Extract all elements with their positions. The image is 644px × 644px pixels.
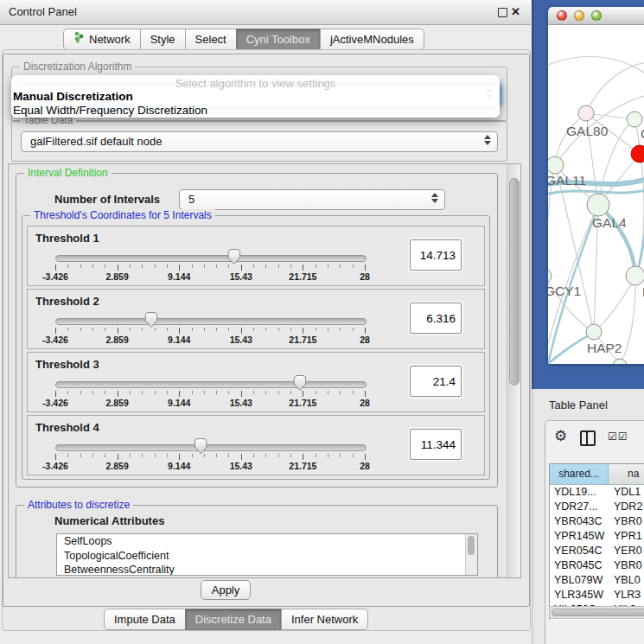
attributes-group-title: Attributes to discretize (24, 499, 133, 511)
algorithm-option-manual-discretization[interactable]: Manual Discretization (11, 90, 500, 104)
combo-stepper-icon[interactable] (484, 135, 491, 145)
checkbox-columns-icon[interactable]: ☑☑ (608, 430, 628, 443)
network-node[interactable] (613, 359, 627, 364)
horizontal-scrollbar[interactable] (549, 606, 644, 619)
table-row[interactable]: YLR345WYLR3 (550, 588, 644, 603)
table-row[interactable]: YBR045CYBR0 (550, 558, 644, 573)
network-node-ga[interactable] (627, 112, 642, 127)
table-cell[interactable]: YBL079W (550, 573, 609, 588)
threshold-3-value-input[interactable] (410, 366, 462, 397)
threshold-panel-3: Threshold 3-3.4262.8599.14415.4321.71528 (27, 352, 485, 412)
threshold-panel-2: Threshold 2-3.4262.8599.14415.4321.71528 (27, 289, 485, 349)
table-row[interactable]: YBR043CYBR0 (550, 514, 644, 529)
table-cell[interactable]: YLR3 (609, 588, 644, 603)
combo-stepper-icon[interactable] (431, 193, 438, 203)
num-intervals-combobox[interactable]: 5 (179, 189, 445, 210)
table-cell[interactable]: YBL0 (609, 573, 644, 588)
network-node-gcy1[interactable] (548, 269, 552, 283)
tab-label: jActiveMNodules (330, 29, 414, 49)
apply-button[interactable]: Apply (201, 580, 251, 600)
algorithm-option-equal-width-frequency-discretization[interactable]: Equal Width/Frequency Discretization (11, 104, 500, 118)
slider-ticks (55, 454, 365, 460)
table-cell[interactable]: YER054C (550, 544, 609, 558)
network-node-c[interactable] (631, 145, 644, 163)
table-cell[interactable]: YBR045C (550, 558, 609, 573)
horizontal-scrollbar-thumb[interactable] (552, 609, 644, 616)
list-scrollbar-thumb[interactable] (468, 536, 475, 555)
network-node-h[interactable] (626, 266, 644, 285)
threshold-2-value-input[interactable] (410, 303, 462, 334)
table-cell[interactable]: YBR0 (609, 558, 644, 573)
close-icon[interactable]: ✕ (511, 5, 520, 18)
float-window-icon[interactable] (498, 8, 507, 17)
list-scrollbar[interactable] (465, 534, 477, 575)
tab-cyni-toolbox[interactable]: Cyni Toolbox (236, 29, 321, 50)
slider-track[interactable] (55, 318, 367, 325)
table-cell[interactable]: YPR145W (550, 529, 609, 544)
network-canvas[interactable]: GAL80GACGAL11GAL4GCY1HHAP2 (548, 25, 644, 364)
vertical-scrollbar[interactable] (507, 164, 520, 577)
algorithm-dropdown-popup: Select algorithm to view settings Manual… (11, 75, 500, 118)
slider-track[interactable] (55, 255, 367, 262)
split-columns-icon[interactable] (580, 430, 596, 446)
column-header-2[interactable]: na (609, 464, 644, 484)
minimize-traffic-light-icon[interactable] (574, 10, 584, 21)
threshold-panel-1: Threshold 1-3.4262.8599.14415.4321.71528 (27, 226, 485, 286)
table-data-combobox[interactable]: galFiltered.sif default node (21, 131, 498, 152)
network-node-hap2[interactable] (586, 324, 602, 340)
network-node-gal4[interactable] (587, 194, 609, 216)
threshold-4-value-input[interactable] (410, 429, 462, 460)
table-cell[interactable]: YER0 (609, 544, 644, 558)
bottom-tab-label: Infer Network (291, 609, 358, 629)
table-cell[interactable]: YBR043C (550, 514, 609, 529)
slider-thumb-threshold-1[interactable] (227, 249, 240, 265)
network-node-label: GAL11 (548, 173, 586, 188)
tab-style[interactable]: Style (140, 29, 186, 50)
slider-track[interactable] (55, 444, 367, 451)
bottom-tab-discretize-data[interactable]: Discretize Data (185, 609, 282, 630)
tab-label: Network (89, 29, 131, 49)
table-cell[interactable]: YBR0 (609, 514, 644, 529)
gear-icon[interactable]: ⚙ (554, 427, 567, 445)
table-row[interactable]: YBL079WYBL0 (550, 573, 644, 588)
network-node-gal11[interactable] (548, 156, 564, 174)
bottom-tab-impute-data[interactable]: Impute Data (104, 609, 186, 630)
tab-label: Select (195, 29, 226, 49)
network-window: GAL80GACGAL11GAL4GCY1HHAP2 (548, 7, 644, 364)
column-header-1[interactable]: shared... (550, 464, 609, 484)
bottom-tab-infer-network[interactable]: Infer Network (281, 609, 368, 630)
network-view-panel: GAL80GACGAL11GAL4GCY1HHAP2 (532, 0, 644, 389)
zoom-traffic-light-icon[interactable] (591, 10, 602, 21)
tab-jactivemnodules[interactable]: jActiveMNodules (320, 29, 424, 50)
table-cell[interactable]: YDL1 (609, 485, 644, 500)
tab-network[interactable]: Network (63, 29, 141, 50)
slider-thumb-threshold-2[interactable] (144, 312, 157, 328)
slider-track[interactable] (55, 381, 367, 388)
table-row[interactable]: YER054CYER0 (550, 544, 644, 558)
bottom-tab-label: Impute Data (114, 609, 175, 629)
table-cell[interactable]: YDR27... (550, 500, 609, 514)
close-traffic-light-icon[interactable] (557, 10, 567, 21)
network-node-gal80[interactable] (578, 105, 594, 121)
slider-thumb-threshold-4[interactable] (194, 438, 207, 454)
tab-label: Cyni Toolbox (246, 29, 310, 49)
bottom-tab-label: Discretize Data (195, 609, 271, 629)
attribute-item-selfloops[interactable]: SelfLoops (57, 534, 477, 549)
threshold-1-value-input[interactable] (410, 239, 462, 271)
slider-thumb-threshold-3[interactable] (293, 375, 306, 391)
tab-select[interactable]: Select (185, 29, 237, 50)
attribute-item-betweennesscentrality[interactable]: BetweennessCentrality (57, 563, 477, 576)
table-row[interactable]: YDR27...YDR2 (550, 500, 644, 514)
table-cell[interactable]: YPR1 (609, 529, 644, 544)
numerical-attributes-list[interactable]: SelfLoopsTopologicalCoefficientBetweenne… (56, 533, 478, 576)
slider-tick-labels: -3.4262.8599.14415.4321.71528 (55, 271, 365, 282)
vertical-scrollbar-thumb[interactable] (509, 178, 520, 386)
table-row[interactable]: YDL19...YDL1 (550, 485, 644, 500)
table-row[interactable]: YPR145WYPR1 (550, 529, 644, 544)
numerical-attributes-label: Numerical Attributes (54, 514, 164, 527)
attribute-item-topologicalcoefficient[interactable]: TopologicalCoefficient (57, 549, 477, 564)
table-cell[interactable]: YDR2 (609, 500, 644, 514)
table-cell[interactable]: YDL19... (550, 485, 609, 500)
threshold-slider-2: -3.4262.8599.14415.4321.71528 (55, 316, 365, 341)
table-cell[interactable]: YLR345W (550, 588, 609, 603)
